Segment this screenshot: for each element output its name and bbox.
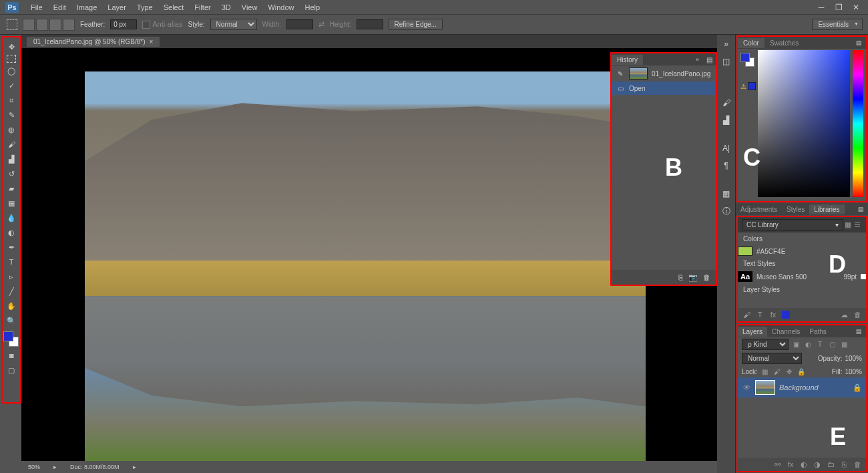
type-tool-icon[interactable]: T [4, 255, 19, 269]
close-icon[interactable]: ✕ [849, 3, 863, 12]
eraser-tool-icon[interactable]: ▰ [4, 182, 19, 195]
path-select-tool-icon[interactable]: ▹ [4, 270, 19, 283]
pen-tool-icon[interactable]: ✒ [4, 241, 19, 254]
lib-brush-icon[interactable]: 🖌 [742, 310, 751, 319]
lib-list-icon[interactable]: ☰ [853, 220, 862, 230]
move-tool-icon[interactable]: ✥ [4, 40, 19, 53]
menu-view[interactable]: View [236, 3, 263, 11]
history-brush-tool-icon[interactable]: ↺ [4, 167, 19, 180]
channels-tab[interactable]: Channels [767, 327, 805, 337]
minimize-icon[interactable]: ─ [815, 3, 828, 12]
menu-filter[interactable]: Filter [189, 3, 216, 11]
layer-row[interactable]: 👁 Background 🔒 [738, 377, 866, 398]
adjustment-layer-icon[interactable]: ◑ [813, 460, 822, 469]
lib-delete-icon[interactable]: 🗑 [853, 310, 862, 319]
quickmask-icon[interactable]: ◙ [4, 349, 19, 362]
dock-info-icon[interactable]: ⓘ [720, 204, 733, 218]
filter-smart-icon[interactable]: ▦ [839, 340, 849, 349]
lock-all-icon[interactable]: 🔒 [797, 367, 806, 376]
selection-add-icon[interactable] [36, 19, 48, 31]
hue-slider[interactable] [853, 50, 863, 197]
menu-select[interactable]: Select [158, 3, 190, 11]
eyedropper-tool-icon[interactable]: ✎ [4, 108, 19, 122]
zoom-tool-icon[interactable]: 🔍 [4, 314, 19, 327]
style-select[interactable]: Normal [210, 19, 257, 30]
adjustments-tab[interactable]: Adjustments [736, 204, 782, 214]
refine-edge-button[interactable]: Refine Edge... [389, 19, 443, 30]
lock-position-icon[interactable]: ✥ [785, 367, 794, 376]
panel-menu-icon[interactable]: ▤ [854, 206, 868, 212]
menu-3d[interactable]: 3D [216, 3, 236, 11]
lib-cloud-icon[interactable]: ☁ [839, 310, 849, 319]
clone-stamp-tool-icon[interactable]: ▟ [4, 152, 19, 166]
gamut-warning-icon[interactable]: ⚠ [740, 82, 756, 90]
blur-tool-icon[interactable]: 💧 [4, 211, 19, 224]
panel-menu-icon[interactable]: ▤ [852, 328, 866, 335]
crop-tool-icon[interactable]: ⌗ [4, 94, 19, 107]
filter-adj-icon[interactable]: ◐ [803, 340, 813, 349]
dock-paragraph-icon[interactable]: ¶ [720, 159, 733, 172]
collapse-icon[interactable]: » [692, 56, 703, 63]
antialias-checkbox[interactable]: Anti-alias [142, 20, 182, 29]
dodge-tool-icon[interactable]: ◐ [4, 226, 19, 239]
history-brush-source-icon[interactable]: ✎ [616, 69, 625, 78]
panel-menu-icon[interactable]: ▤ [852, 39, 866, 46]
history-state-row[interactable]: ▭ Open [612, 82, 716, 95]
healing-brush-tool-icon[interactable]: ◍ [4, 123, 19, 136]
quick-select-tool-icon[interactable]: ✓ [4, 79, 19, 92]
new-layer-icon[interactable]: ⎘ [839, 460, 849, 469]
color-tab[interactable]: Color [738, 38, 765, 48]
shape-tool-icon[interactable]: ╱ [4, 285, 19, 298]
styles-tab[interactable]: Styles [782, 204, 809, 214]
menu-layer[interactable]: Layer [102, 3, 132, 11]
layer-name[interactable]: Background [779, 383, 849, 391]
menu-window[interactable]: Window [262, 3, 299, 11]
foreground-background-swatch[interactable] [3, 331, 19, 347]
history-source-row[interactable]: ✎ 01_IcelandPano.jpg [612, 65, 716, 82]
color-field[interactable] [758, 50, 850, 197]
lib-fill-icon[interactable] [782, 311, 790, 319]
menu-type[interactable]: Type [132, 3, 158, 11]
lib-fx-icon[interactable]: fx [769, 310, 778, 319]
filter-shape-icon[interactable]: ▢ [827, 340, 837, 349]
menu-image[interactable]: Image [71, 3, 103, 11]
brush-tool-icon[interactable]: 🖌 [4, 138, 19, 151]
filter-pixel-icon[interactable]: ▣ [791, 340, 801, 349]
blend-mode-select[interactable]: Normal [742, 353, 802, 364]
paths-tab[interactable]: Paths [805, 327, 831, 337]
menu-help[interactable]: Help [300, 3, 326, 11]
layer-mask-icon[interactable]: ◐ [799, 460, 809, 469]
lib-grid-icon[interactable]: ▦ [843, 220, 853, 230]
marquee-tool-icon[interactable] [7, 19, 17, 30]
menu-edit[interactable]: Edit [48, 3, 71, 11]
screenmode-icon[interactable]: ▢ [4, 363, 19, 377]
menu-file[interactable]: File [25, 3, 48, 11]
lock-paint-icon[interactable]: 🖌 [773, 367, 782, 376]
link-layers-icon[interactable]: ⚯ [773, 460, 782, 469]
selection-intersect-icon[interactable] [63, 19, 75, 31]
create-document-icon[interactable]: ⎘ [678, 273, 683, 281]
doc-info[interactable]: Doc: 8.00M/8.00M [70, 464, 120, 470]
opacity-value[interactable]: 100% [845, 355, 862, 362]
dock-navigator-icon[interactable]: ▦ [720, 187, 733, 200]
marquee-tool-icon[interactable] [7, 55, 16, 63]
history-tab[interactable]: History [612, 55, 643, 65]
lasso-tool-icon[interactable]: ◯ [4, 64, 19, 77]
canvas[interactable]: History » ▤ ✎ 01_IcelandPano.jpg ▭ Open … [21, 48, 717, 461]
feather-input[interactable] [110, 19, 137, 29]
expand-icon[interactable]: ▸ [53, 464, 57, 470]
layer-group-icon[interactable]: 🗀 [826, 460, 835, 469]
lock-pixels-icon[interactable]: ▦ [761, 367, 770, 376]
maximize-icon[interactable]: ❐ [832, 3, 845, 12]
snapshot-icon[interactable]: 📷 [688, 273, 698, 282]
layer-fx-icon[interactable]: fx [786, 460, 795, 469]
library-dropdown[interactable]: CC Library▾ [742, 219, 843, 230]
dock-clone-icon[interactable]: ▟ [720, 114, 733, 127]
expand-dock-icon[interactable]: » [720, 37, 733, 51]
swatches-tab[interactable]: Swatches [765, 38, 804, 48]
delete-state-icon[interactable]: 🗑 [703, 273, 710, 281]
lib-text-item[interactable]: Aa Museo Sans 500 99pt [738, 270, 866, 283]
libraries-tab[interactable]: Libraries [809, 204, 844, 214]
dock-brush-icon[interactable]: 🖌 [720, 96, 733, 110]
lib-type-icon[interactable]: T [755, 310, 765, 319]
